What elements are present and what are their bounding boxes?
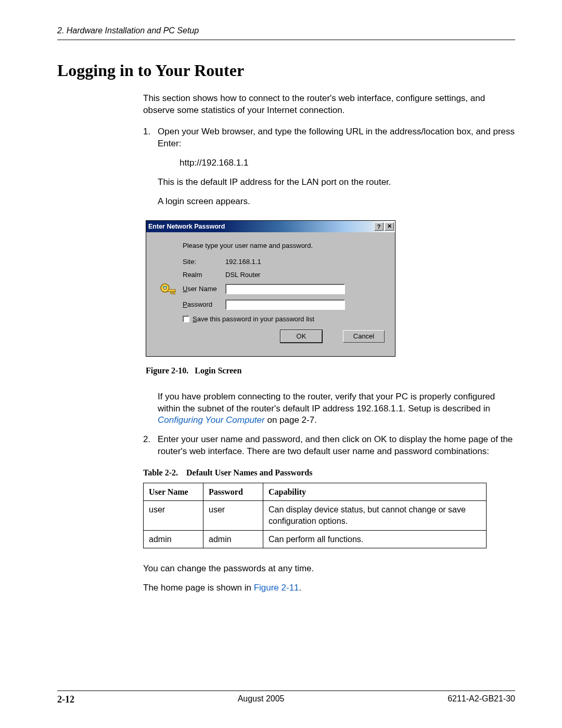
password-input[interactable]	[225, 299, 345, 310]
closing-p2b: .	[299, 583, 302, 593]
footer-rule	[57, 691, 515, 691]
intro-paragraph: This section shows how to connect to the…	[143, 93, 515, 117]
help-button[interactable]: ?	[374, 222, 384, 231]
site-value: 192.168.1.1	[225, 258, 261, 266]
th-password: Password	[203, 483, 263, 501]
cell-capability: Can display device status, but cannot ch…	[263, 501, 487, 530]
step-1-number: 1.	[143, 126, 158, 150]
page-number: 2-12	[57, 694, 74, 705]
running-header: 2. Hardware Installation and PC Setup	[57, 26, 515, 35]
step-1-text: Open your Web browser, and type the foll…	[158, 126, 515, 150]
cell-username: admin	[144, 530, 203, 548]
closing-p1: You can change the passwords at any time…	[143, 563, 515, 575]
realm-label: Realm	[183, 271, 225, 279]
figure-number: Figure 2-10.	[146, 366, 188, 375]
svg-rect-4	[171, 292, 172, 294]
figure-caption: Figure 2-10.Login Screen	[146, 366, 515, 375]
dialog-title: Enter Network Password	[148, 223, 374, 230]
step-2-text: Enter your user name and password, and t…	[158, 434, 515, 458]
ok-button[interactable]: OK	[280, 330, 322, 343]
configuring-computer-link[interactable]: Configuring Your Computer	[158, 415, 265, 425]
table-row: user user Can display device status, but…	[144, 501, 487, 530]
cell-capability: Can perform all functions.	[263, 530, 487, 548]
password-label: Password	[183, 300, 225, 308]
credentials-table: User Name Password Capability user user …	[143, 483, 487, 548]
footer-date: August 2005	[238, 694, 285, 705]
realm-value: DSL Router	[225, 271, 260, 279]
dialog-prompt: Please type your user name and password.	[183, 242, 388, 249]
site-label: Site:	[183, 258, 225, 266]
step-1-note-2: A login screen appears.	[158, 196, 515, 208]
figure-title: Login Screen	[195, 366, 241, 375]
header-rule	[57, 40, 515, 40]
figure-2-11-link[interactable]: Figure 2-11	[254, 583, 299, 593]
footer-docnum: 6211-A2-GB21-30	[448, 694, 515, 705]
step-1-after-figure: If you have problem connecting to the ro…	[158, 391, 515, 427]
th-capability: Capability	[263, 483, 487, 501]
save-password-checkbox[interactable]	[183, 316, 189, 322]
step-1-url: http://192.168.1.1	[180, 157, 515, 169]
svg-rect-3	[173, 292, 175, 294]
cell-username: user	[144, 501, 203, 530]
username-label: User Name	[183, 285, 225, 293]
table-caption: Table 2-2.Default User Names and Passwor…	[143, 467, 515, 479]
svg-point-5	[163, 286, 164, 287]
cell-password: user	[203, 501, 263, 530]
step-1-after-a: If you have problem connecting to the ro…	[158, 392, 495, 413]
save-password-label: Save this password in your password list	[193, 315, 314, 323]
svg-rect-2	[168, 290, 175, 292]
key-icon	[159, 282, 177, 302]
step-1: 1. Open your Web browser, and type the f…	[143, 126, 515, 150]
section-title: Logging in to Your Router	[57, 61, 515, 80]
cell-password: admin	[203, 530, 263, 548]
close-button[interactable]: ✕	[385, 222, 394, 231]
table-header-row: User Name Password Capability	[144, 483, 487, 501]
cancel-button[interactable]: Cancel	[343, 330, 385, 343]
closing-p2a: The home page is shown in	[143, 583, 254, 593]
svg-point-6	[165, 286, 167, 287]
step-2: 2. Enter your user name and password, an…	[143, 434, 515, 458]
page-footer: 2-12 August 2005 6211-A2-GB21-30	[57, 691, 515, 705]
step-2-number: 2.	[143, 434, 158, 458]
table-row: admin admin Can perform all functions.	[144, 530, 487, 548]
table-number: Table 2-2.	[143, 468, 178, 477]
username-input[interactable]	[225, 284, 345, 294]
login-dialog: Enter Network Password ? ✕	[146, 220, 395, 357]
closing-p2: The home page is shown in Figure 2-11.	[143, 582, 515, 594]
step-1-after-b: on page 2-7.	[265, 415, 317, 425]
table-title: Default User Names and Passwords	[186, 468, 312, 477]
dialog-titlebar: Enter Network Password ? ✕	[146, 221, 395, 232]
step-1-note-1: This is the default IP address for the L…	[158, 177, 515, 189]
th-username: User Name	[144, 483, 203, 501]
